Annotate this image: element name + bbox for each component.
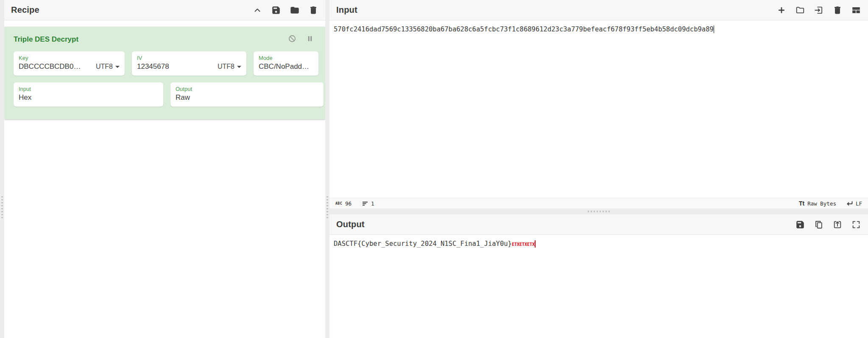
encoding-value: Raw Bytes [807,200,836,207]
chevron-up-icon [253,6,262,15]
import-arrow-icon [814,6,823,15]
caret-down-icon [115,66,120,68]
arg-input-value[interactable]: Hex [19,93,158,103]
breakpoint-button[interactable] [306,34,314,45]
arg-mode[interactable]: Mode CBC/NoPadd… [254,51,318,76]
encoding-icon: Tt [799,200,804,207]
input-status-bar: ABC 96 1 Tt Raw Bytes [329,198,868,208]
input-title: Input [336,5,357,15]
layout-panes-icon [851,6,861,15]
add-input-tab-button[interactable] [776,5,787,15]
copy-icon [814,220,823,229]
open-input-button[interactable] [814,5,824,15]
recipe-pane: Recipe Triple DES Decrypt [4,0,325,338]
arg-iv-label: IV [137,55,241,62]
output-pane: Output DASCTF{Cyber_Security_ [329,214,868,338]
arg-key[interactable]: Key DBCCCCBCDB0… UTF8 [14,51,125,76]
char-count-value: 96 [345,200,352,207]
input-pane: Input [329,0,868,208]
operations-splitter[interactable] [0,0,4,338]
maximize-output-button[interactable] [851,220,861,230]
arg-iv-type-dropdown[interactable]: UTF8 [218,63,241,70]
arg-output-value[interactable]: Raw [176,93,318,103]
arg-key-label: Key [19,55,120,62]
input-textarea[interactable]: 570fc2416dad7569c13356820ba67ba628c6a5fc… [329,20,868,198]
arg-iv[interactable]: IV 12345678 UTF8 [132,51,246,76]
maximize-icon [851,220,861,229]
trash-icon [833,6,842,15]
splitter-handle-icon [1,196,3,218]
output-textarea[interactable]: DASCTF{Cyber_Security_2024_N1SC_Fina1_Ji… [329,235,868,338]
arg-mode-value[interactable]: CBC/NoPadd… [259,62,313,72]
save-icon [795,220,805,229]
copy-output-button[interactable] [814,220,824,230]
export-up-icon [833,220,842,229]
control-char-etx: ETX [512,242,519,247]
output-header: Output [329,214,868,235]
reset-layout-button[interactable] [851,5,861,15]
open-file-button[interactable] [795,5,805,15]
output-text: DASCTF{Cyber_Security_2024_N1SC_Fina1_Ji… [334,240,512,248]
line-count-value: 1 [371,200,374,207]
return-arrow-icon [846,201,853,206]
arg-mode-label: Mode [259,55,313,62]
load-recipe-button[interactable] [290,5,300,15]
clear-recipe-button[interactable] [308,5,318,15]
recipe-title: Recipe [11,5,39,15]
arg-key-type-dropdown[interactable]: UTF8 [96,63,120,70]
arg-iv-value[interactable]: 12345678 [137,62,213,72]
io-splitter[interactable] [329,208,868,214]
line-count-icon [363,201,368,206]
arg-output-label: Output [176,86,318,93]
input-cursor [714,25,714,33]
arg-output-format[interactable]: Output Raw [170,82,324,107]
save-recipe-button[interactable] [271,5,281,15]
caret-down-icon [237,66,241,68]
collapse-recipe-button[interactable] [252,5,262,15]
splitter-handle-icon [327,196,328,218]
replace-input-button[interactable] [832,220,843,230]
arg-key-value[interactable]: DBCCCCBCDB0… [19,62,92,72]
output-cursor [535,240,536,248]
operation-triple-des-decrypt[interactable]: Triple DES Decrypt Key [4,27,325,119]
pause-icon [306,34,314,43]
control-char-etx: ETX [527,242,535,247]
line-ending-value: LF [856,200,862,207]
disable-operation-button[interactable] [288,34,296,45]
cyberchef-app: Recipe Triple DES Decrypt [0,0,868,338]
encoding-selector[interactable]: Tt Raw Bytes [799,200,836,207]
io-column: Input [329,0,868,338]
recipe-header: Recipe [4,0,325,20]
recipe-list: Triple DES Decrypt Key [4,20,325,338]
recipe-io-splitter[interactable] [325,0,329,338]
trash-icon [309,6,318,15]
char-count-group: ABC 96 [335,200,352,207]
control-char-etx: ETX [519,242,527,247]
ban-icon [288,34,296,43]
operation-arguments: Key DBCCCCBCDB0… UTF8 IV [4,49,325,107]
line-ending-selector[interactable]: LF [846,200,862,207]
plus-icon [777,6,786,15]
save-icon [271,6,281,15]
char-count-icon: ABC [335,202,342,206]
arg-input-label: Input [19,86,158,93]
operation-title: Triple DES Decrypt [14,35,78,44]
arg-input-format[interactable]: Input Hex [14,82,163,107]
folder-icon [290,6,299,15]
output-title: Output [336,220,365,229]
folder-outline-icon [795,6,805,15]
splitter-handle-icon [588,211,610,212]
input-text: 570fc2416dad7569c13356820ba67ba628c6a5fc… [334,25,714,33]
clear-io-button[interactable] [832,5,843,15]
line-count-group: 1 [363,200,374,207]
save-output-button[interactable] [795,220,805,230]
input-header: Input [329,0,868,20]
